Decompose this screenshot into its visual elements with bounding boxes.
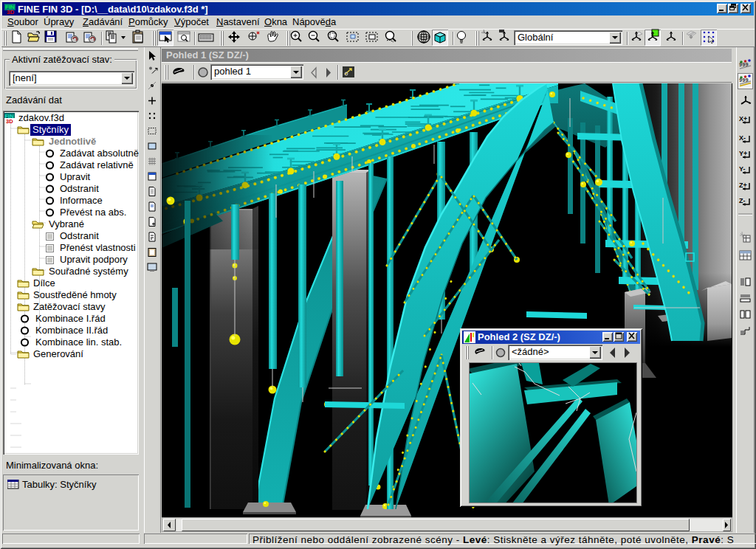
svg-text:Z+: Z+ xyxy=(739,182,747,189)
svg-text:Y+: Y+ xyxy=(739,150,747,157)
svg-text:Y-: Y- xyxy=(739,165,746,173)
svg-text:Z-: Z- xyxy=(739,197,746,204)
svg-text:3D: 3D xyxy=(6,118,13,124)
svg-text:X-: X- xyxy=(739,134,746,142)
svg-text:3D: 3D xyxy=(7,9,14,15)
svg-text:X+: X+ xyxy=(739,115,747,122)
